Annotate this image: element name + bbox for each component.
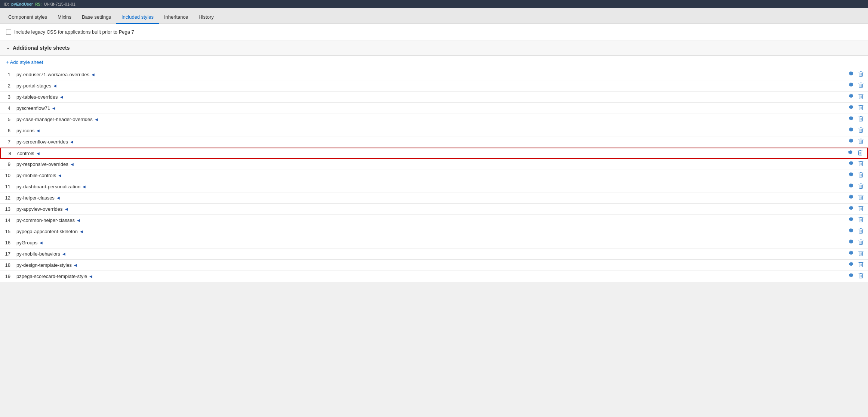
delete-icon[interactable] <box>857 126 865 135</box>
dropdown-arrow-icon[interactable]: ◀ <box>92 72 95 77</box>
row-number: 10 <box>0 173 15 178</box>
dropdown-arrow-icon[interactable]: ◀ <box>70 140 73 144</box>
dropdown-arrow-icon[interactable]: ◀ <box>80 229 83 234</box>
style-sheet-name: py-case-manager-header-overrides◀ <box>15 115 847 124</box>
delete-icon[interactable] <box>857 227 865 236</box>
style-sheet-name: py-enduser71-workarea-overrides◀ <box>15 70 847 79</box>
style-sheet-name: pzpega-scorecard-template-style◀ <box>15 272 847 281</box>
row-number: 13 <box>0 206 15 212</box>
delete-icon[interactable] <box>857 138 865 146</box>
delete-icon[interactable] <box>857 216 865 225</box>
delete-icon[interactable] <box>857 104 865 112</box>
delete-icon[interactable] <box>857 93 865 101</box>
row-number: 12 <box>0 195 15 201</box>
style-sheet-name: pyscreenflow71◀ <box>15 104 847 113</box>
tab-base-settings[interactable]: Base settings <box>77 11 116 24</box>
dropdown-arrow-icon[interactable]: ◀ <box>71 162 74 166</box>
style-sheet-name: py-design-template-styles◀ <box>15 260 847 270</box>
row-number: 8 <box>1 151 16 156</box>
delete-icon[interactable] <box>857 70 865 79</box>
dropdown-arrow-icon[interactable]: ◀ <box>52 106 55 110</box>
gear-icon[interactable] <box>847 104 855 112</box>
row-actions <box>847 250 868 258</box>
legacy-checkbox[interactable] <box>6 30 11 35</box>
dropdown-arrow-icon[interactable]: ◀ <box>95 117 98 121</box>
style-sheet-name: py-mobile-behaviors◀ <box>15 249 847 259</box>
delete-icon[interactable] <box>857 205 865 213</box>
delete-icon[interactable] <box>857 182 865 191</box>
dropdown-arrow-icon[interactable]: ◀ <box>77 218 80 222</box>
style-sheet-name: pypega-appcontent-skeleton◀ <box>15 227 847 236</box>
dropdown-arrow-icon[interactable]: ◀ <box>62 252 65 256</box>
row-number: 4 <box>0 105 15 111</box>
gear-icon[interactable] <box>847 81 855 90</box>
chevron-down-icon: ⌄ <box>6 45 10 50</box>
delete-icon[interactable] <box>857 81 865 90</box>
dropdown-arrow-icon[interactable]: ◀ <box>37 129 40 133</box>
table-row: 4pyscreenflow71◀ <box>0 103 868 114</box>
tab-history[interactable]: History <box>193 11 219 24</box>
style-sheet-name: py-tables-overrides◀ <box>15 92 847 102</box>
delete-icon[interactable] <box>857 261 865 269</box>
gear-icon[interactable] <box>847 182 855 191</box>
rs-label: RS: <box>35 2 41 6</box>
delete-icon[interactable] <box>857 194 865 202</box>
gear-icon[interactable] <box>847 126 855 135</box>
dropdown-arrow-icon[interactable]: ◀ <box>83 185 86 189</box>
table-row: 17py-mobile-behaviors◀ <box>0 248 868 260</box>
gear-icon[interactable] <box>847 171 855 180</box>
table-row: 13py-appview-overrides◀ <box>0 204 868 215</box>
delete-icon[interactable] <box>857 272 865 281</box>
dropdown-arrow-icon[interactable]: ◀ <box>53 84 56 88</box>
delete-icon[interactable] <box>857 115 865 124</box>
delete-icon[interactable] <box>857 171 865 180</box>
table-row: 14py-common-helper-classes◀ <box>0 215 868 226</box>
row-actions <box>847 194 868 202</box>
table-row: 2py-portal-stages◀ <box>0 80 868 92</box>
style-sheet-name: py-icons◀ <box>15 126 847 135</box>
gear-icon[interactable] <box>847 138 855 146</box>
row-number: 17 <box>0 251 15 257</box>
gear-icon[interactable] <box>847 216 855 225</box>
add-style-sheet-link[interactable]: + Add style sheet <box>0 56 868 69</box>
delete-icon[interactable] <box>857 250 865 258</box>
dropdown-arrow-icon[interactable]: ◀ <box>40 241 43 245</box>
dropdown-arrow-icon[interactable]: ◀ <box>57 196 60 200</box>
row-number: 15 <box>0 229 15 234</box>
dropdown-arrow-icon[interactable]: ◀ <box>60 95 63 99</box>
id-label: ID: <box>4 2 9 6</box>
gear-icon[interactable] <box>847 115 855 124</box>
gear-icon[interactable] <box>847 227 855 236</box>
row-actions <box>847 104 868 112</box>
table-row: 5py-case-manager-header-overrides◀ <box>0 114 868 125</box>
row-actions <box>847 227 868 236</box>
dropdown-arrow-icon[interactable]: ◀ <box>37 151 40 155</box>
table-row: 7py-screenflow-overrides◀ <box>0 136 868 148</box>
delete-icon[interactable] <box>856 149 864 158</box>
id-value: pyEndUser <box>11 2 33 6</box>
dropdown-arrow-icon[interactable]: ◀ <box>58 173 61 177</box>
section-header: ⌄ Additional style sheets <box>0 40 868 56</box>
dropdown-arrow-icon[interactable]: ◀ <box>65 207 68 211</box>
dropdown-arrow-icon[interactable]: ◀ <box>89 274 92 278</box>
gear-icon[interactable] <box>847 205 855 213</box>
gear-icon[interactable] <box>847 93 855 101</box>
gear-icon[interactable] <box>847 261 855 269</box>
tab-included-styles[interactable]: Included styles <box>116 11 159 24</box>
gear-icon[interactable] <box>847 250 855 258</box>
delete-icon[interactable] <box>857 238 865 247</box>
style-sheet-name: py-dashboard-personalization◀ <box>15 182 847 191</box>
gear-icon[interactable] <box>847 238 855 247</box>
tab-inheritance[interactable]: Inheritance <box>159 11 193 24</box>
gear-icon[interactable] <box>847 194 855 202</box>
tab-component-styles[interactable]: Component styles <box>3 11 52 24</box>
row-actions <box>846 149 867 158</box>
tab-mixins[interactable]: Mixins <box>52 11 77 24</box>
gear-icon[interactable] <box>847 272 855 281</box>
delete-icon[interactable] <box>857 160 865 169</box>
gear-icon[interactable] <box>847 70 855 79</box>
gear-icon[interactable] <box>846 149 855 158</box>
gear-icon[interactable] <box>847 160 855 169</box>
add-link-label: + Add style sheet <box>6 59 43 65</box>
dropdown-arrow-icon[interactable]: ◀ <box>74 263 77 267</box>
